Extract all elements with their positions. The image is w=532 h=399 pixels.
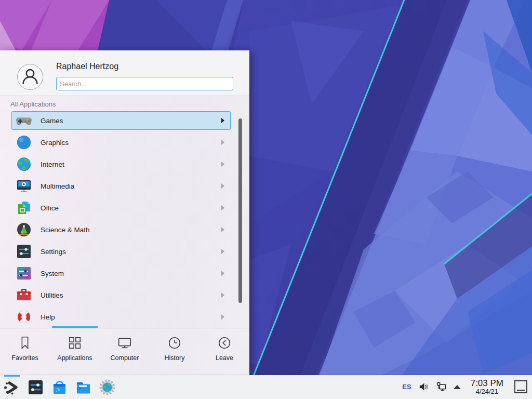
launcher-header: Raphael Hertzog	[0, 50, 249, 96]
settings-sliders-icon	[16, 243, 32, 260]
system-settings-icon[interactable]	[27, 379, 44, 396]
tab-label: History	[165, 354, 185, 362]
clock-date: 4/24/21	[471, 388, 503, 395]
tab-label: Computer	[111, 354, 139, 362]
kickoff-launcher-icon[interactable]	[3, 379, 20, 396]
category-item-settings[interactable]: Settings	[0, 241, 249, 262]
user-name: Raphael Hertzog	[56, 62, 118, 71]
category-label: Multimedia	[41, 182, 74, 190]
graphics-ball-icon	[16, 134, 32, 151]
active-tab-indicator	[52, 326, 98, 328]
tab-leave[interactable]: Leave	[200, 328, 249, 375]
category-item-multimedia[interactable]: Multimedia	[0, 175, 249, 197]
submenu-arrow-icon	[221, 227, 224, 232]
tab-label: Favorites	[11, 354, 38, 362]
category-item-system[interactable]: System	[0, 262, 249, 284]
category-item-games[interactable]: Games	[0, 110, 249, 131]
category-label: Games	[41, 117, 63, 125]
tab-label: Leave	[216, 354, 233, 362]
globe-icon	[16, 156, 32, 172]
category-label: Internet	[41, 161, 64, 168]
system-tray: ES 7:03 PM 4/24/21	[402, 379, 532, 396]
category-item-science-math[interactable]: Science & Math	[0, 219, 249, 241]
category-label: Graphics	[41, 139, 69, 147]
file-manager-icon[interactable]	[75, 379, 92, 396]
tab-history[interactable]: History	[150, 328, 200, 375]
wired-network-icon[interactable]	[436, 381, 447, 392]
taskbar-apps	[3, 375, 116, 399]
category-item-internet[interactable]: Internet	[0, 153, 249, 175]
submenu-arrow-icon	[221, 162, 224, 167]
category-item-graphics[interactable]: Graphics	[0, 131, 249, 153]
user-avatar[interactable]	[17, 64, 43, 90]
launcher-active-indicator	[4, 375, 20, 377]
history-clock-icon	[167, 335, 182, 351]
office-documents-icon	[16, 200, 32, 216]
expand-tray-icon[interactable]	[454, 385, 461, 389]
discover-store-icon[interactable]	[51, 379, 68, 396]
submenu-arrow-icon	[221, 118, 224, 123]
category-label: Help	[41, 313, 55, 321]
category-label: Science & Math	[41, 226, 90, 234]
gamepad-icon	[16, 112, 32, 129]
submenu-arrow-icon	[221, 314, 224, 320]
category-list: Games Graphics	[0, 110, 249, 328]
volume-icon[interactable]	[418, 381, 429, 392]
toolbox-icon	[16, 287, 32, 303]
science-flask-icon	[16, 221, 32, 238]
submenu-arrow-icon	[221, 271, 224, 276]
category-label: System	[41, 270, 64, 277]
keyboard-layout-indicator[interactable]: ES	[402, 383, 411, 391]
app-grid-icon	[67, 335, 83, 351]
digital-clock[interactable]: 7:03 PM 4/24/21	[471, 379, 503, 396]
submenu-arrow-icon	[221, 205, 224, 210]
taskbar-panel: ES 7:03 PM 4/24/21	[0, 375, 532, 399]
tab-applications[interactable]: Applications	[50, 328, 100, 375]
tab-favorites[interactable]: Favorites	[0, 328, 50, 375]
category-label: Settings	[41, 248, 66, 256]
submenu-arrow-icon	[221, 249, 224, 254]
search-input[interactable]	[56, 77, 233, 90]
submenu-arrow-icon	[221, 292, 224, 298]
tab-label: Applications	[57, 354, 92, 362]
multimedia-monitor-icon	[16, 178, 32, 194]
launcher-tabbar: Favorites Applications Computer	[0, 328, 249, 375]
bookmark-icon	[17, 335, 33, 351]
submenu-arrow-icon	[221, 140, 224, 145]
web-browser-icon[interactable]	[99, 379, 116, 396]
computer-icon	[117, 335, 132, 351]
show-desktop-button[interactable]	[514, 380, 527, 393]
show-desktop-glyph	[517, 390, 525, 391]
application-launcher-popup: Raphael Hertzog All Applications	[0, 50, 249, 375]
section-label: All Applications	[10, 100, 56, 108]
leave-icon	[217, 335, 232, 351]
category-label: Office	[41, 204, 59, 212]
category-item-utilities[interactable]: Utilities	[0, 284, 249, 306]
launcher-body: All Applications	[0, 96, 249, 328]
category-label: Utilities	[41, 291, 63, 299]
category-item-office[interactable]: Office	[0, 197, 249, 219]
tab-computer[interactable]: Computer	[100, 328, 150, 375]
category-item-help[interactable]: Help	[0, 306, 249, 328]
list-scrollbar[interactable]	[238, 118, 242, 303]
system-monitor-icon	[16, 265, 32, 282]
submenu-arrow-icon	[221, 183, 224, 189]
help-lifering-icon	[16, 309, 32, 325]
clock-time: 7:03 PM	[471, 379, 503, 389]
desktop[interactable]: Raphael Hertzog All Applications	[0, 0, 532, 399]
